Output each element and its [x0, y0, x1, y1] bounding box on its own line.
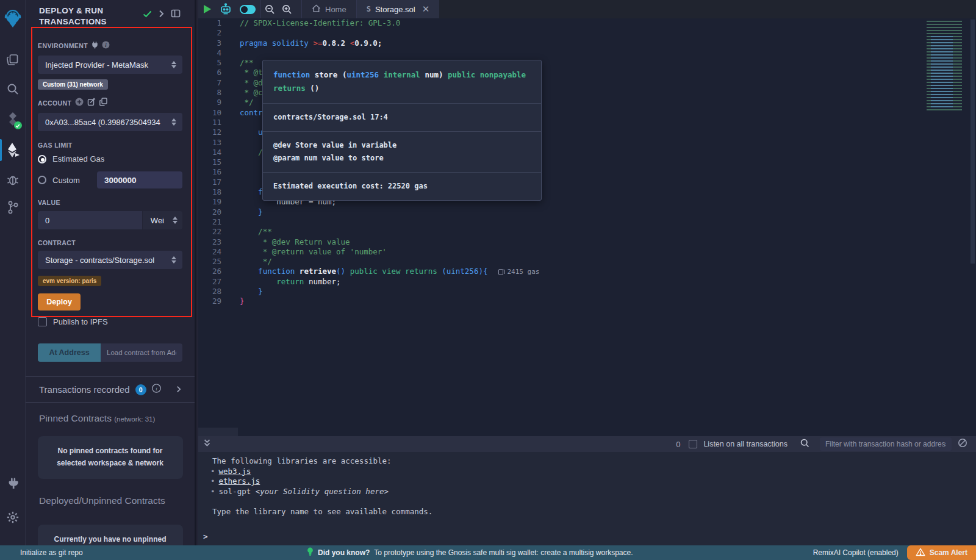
git-init-action[interactable]: Initialize as git repo	[20, 548, 83, 557]
tooltip-cost: Estimated execution cost: 22520 gas	[263, 173, 541, 200]
select-arrows-icon	[171, 256, 176, 264]
editor-minimap[interactable]	[925, 19, 969, 436]
estimated-gas-radio[interactable]	[38, 155, 46, 163]
svg-text:i: i	[156, 386, 157, 392]
terminal-prompt[interactable]: >	[203, 532, 208, 542]
editor-gutter[interactable]: 1234567891011121314151617181920212223242…	[198, 18, 229, 436]
debugger-icon[interactable]	[0, 167, 26, 192]
custom-gas-label: Custom	[52, 176, 80, 185]
ai-copilot-robot-icon[interactable]	[217, 0, 235, 18]
clear-console-icon[interactable]	[958, 438, 967, 450]
status-check-icon	[143, 9, 152, 20]
scam-alert-button[interactable]: Scam Alert	[907, 545, 976, 560]
hover-tooltip: function store (uint256 internal num) pu…	[262, 60, 542, 201]
pin-panel-icon[interactable]	[171, 9, 181, 20]
editor-tabbar: Home S Storage.sol ✕	[198, 0, 976, 18]
copy-account-icon[interactable]	[99, 98, 107, 109]
solidity-compiler-icon[interactable]	[0, 107, 26, 132]
copilot-toggle[interactable]	[235, 0, 260, 18]
editor-scrollbar[interactable]	[971, 20, 975, 264]
tooltip-doc-dev: @dev Store value in variable	[273, 139, 531, 152]
select-arrows-icon	[171, 61, 176, 68]
panel-title: DEPLOY & RUN TRANSACTIONS	[39, 5, 143, 27]
transactions-recorded-label: Transactions recorded	[39, 384, 130, 395]
custom-gas-radio[interactable]	[38, 176, 46, 184]
evm-version-badge: evm version: paris	[38, 276, 101, 286]
close-tab-icon[interactable]: ✕	[422, 4, 430, 15]
transactions-info-icon[interactable]: i	[152, 384, 161, 395]
editor-region: Home S Storage.sol ✕ 1234567891011121314…	[198, 0, 976, 436]
account-select[interactable]: 0xA03...85ac4 (0.398673504934	[38, 113, 182, 131]
tooltip-signature: function store (uint256 internal num) pu…	[263, 60, 541, 104]
tab-storage-sol[interactable]: S Storage.sol ✕	[357, 0, 440, 18]
zoom-in-icon[interactable]	[278, 0, 295, 18]
file-explorer-icon[interactable]	[0, 48, 26, 72]
terminal-collapse-icon[interactable]	[203, 439, 211, 450]
home-icon	[312, 4, 321, 15]
at-address-input[interactable]	[101, 343, 182, 362]
custom-gas-input[interactable]	[97, 171, 182, 188]
terminal-lines: The following libraries are accessible:•…	[203, 456, 976, 517]
remix-ide-window: DEPLOY & RUN TRANSACTIONS ENVIRONMENT	[0, 0, 976, 560]
pinned-network-label: (network: 31)	[114, 415, 155, 423]
compile-success-badge	[14, 121, 22, 129]
publish-ipfs-label: Publish to IPFS	[53, 317, 108, 326]
git-icon[interactable]	[0, 195, 26, 220]
gas-pump-icon	[498, 269, 503, 275]
pinned-empty-message: No pinned contracts found for selected w…	[38, 436, 183, 479]
copilot-status[interactable]: RemixAI Copilot (enabled)	[813, 548, 899, 557]
environment-label: ENVIRONMENT	[38, 42, 88, 49]
sign-message-icon[interactable]	[87, 98, 96, 109]
pinned-contracts-heading: Pinned Contracts (network: 31)	[39, 413, 181, 424]
transaction-filter-input[interactable]	[820, 437, 952, 451]
account-label: ACCOUNT	[38, 99, 71, 107]
settings-gear-icon[interactable]	[0, 505, 26, 529]
tooltip-docs: @dev Store value in variable @param num …	[263, 132, 541, 173]
at-address-button[interactable]: At Address	[38, 343, 101, 362]
contract-label: CONTRACT	[38, 239, 76, 246]
environment-select[interactable]: Injected Provider - MetaMask	[38, 56, 182, 74]
tooltip-doc-param: @param num value to store	[273, 152, 531, 165]
tooltip-location: contracts/Storage.sol 17:4	[263, 104, 541, 132]
publish-ipfs-checkbox[interactable]	[38, 317, 47, 326]
contract-select[interactable]: Storage - contracts/Storage.sol	[38, 251, 182, 269]
run-script-button[interactable]	[198, 0, 217, 18]
terminal-tx-count: 0	[676, 440, 680, 449]
tab-home[interactable]: Home	[302, 0, 356, 18]
zoom-out-icon[interactable]	[261, 0, 278, 18]
value-input[interactable]	[38, 211, 142, 229]
deploy-button[interactable]: Deploy	[38, 293, 81, 311]
listen-transactions-label: Listen on all transactions	[703, 440, 788, 448]
terminal-region: 0 Listen on all transactions The followi…	[198, 436, 976, 545]
plug-icon	[92, 40, 98, 51]
listen-transactions-checkbox[interactable]	[689, 440, 697, 448]
search-icon[interactable]	[0, 77, 26, 101]
lightbulb-icon	[307, 547, 314, 558]
deploy-run-panel: DEPLOY & RUN TRANSACTIONS ENVIRONMENT	[26, 0, 196, 545]
status-bar: Initialize as git repo Did you know? To …	[0, 545, 976, 560]
deploy-run-icon[interactable]	[0, 138, 26, 162]
terminal-header: 0 Listen on all transactions	[198, 436, 976, 452]
warning-triangle-icon	[916, 548, 925, 558]
value-unit-select[interactable]: Wei	[143, 211, 182, 229]
tip-text: To prototype using the Gnosis safe multi…	[374, 548, 633, 557]
plugin-manager-icon[interactable]	[0, 472, 26, 497]
icon-rail	[0, 0, 26, 545]
solidity-file-icon: S	[367, 5, 371, 13]
environment-info-icon[interactable]: i	[102, 40, 110, 51]
add-account-icon[interactable]	[75, 98, 84, 109]
terminal-output[interactable]: The following libraries are accessible:•…	[198, 452, 976, 545]
estimated-gas-label: Estimated Gas	[52, 154, 104, 163]
gas-limit-label: GAS LIMIT	[38, 142, 73, 149]
terminal-search-icon[interactable]	[800, 438, 810, 451]
select-arrows-icon	[173, 217, 178, 224]
network-badge: Custom (31) network	[38, 79, 108, 90]
value-label: VALUE	[38, 199, 60, 206]
transactions-expand-chevron-icon[interactable]	[176, 384, 181, 395]
unpinned-empty-message: Currently you have no unpinned contracts…	[38, 525, 183, 545]
did-you-know-tip: Did you know? To prototype using the Gno…	[307, 547, 633, 558]
remix-logo-icon[interactable]	[0, 2, 26, 34]
transactions-recorded-row[interactable]: Transactions recorded 0 i	[26, 377, 195, 402]
focus-panel-chevron-icon[interactable]	[159, 9, 164, 20]
select-arrows-icon	[171, 118, 176, 126]
